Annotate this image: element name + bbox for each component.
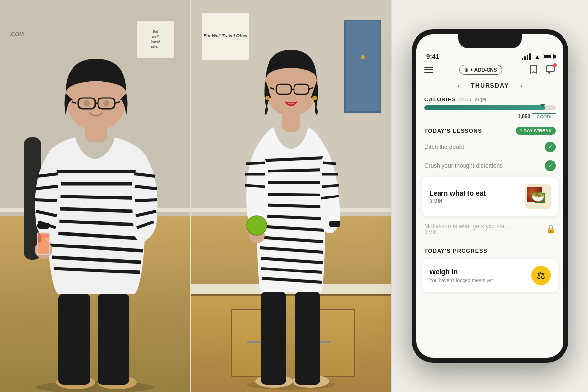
person-after-svg (222, 29, 360, 392)
hamburger-line-3 (424, 72, 433, 73)
next-day-arrow[interactable]: → (517, 82, 524, 90)
status-time: 9:41 (426, 53, 439, 60)
featured-lesson-card[interactable]: Learn what to eat 3 MIN 🥗 (422, 177, 558, 216)
locked-lesson-info: Motivation is what gets you sta... 3 MIN (424, 223, 546, 235)
bookmark-icon[interactable] (528, 64, 539, 75)
locked-lesson-item[interactable]: Motivation is what gets you sta... 3 MIN… (416, 218, 564, 240)
lessons-section-header: TODAY'S LESSONS 1 DAY STREAK (416, 123, 564, 138)
person-before-svg (17, 39, 173, 392)
hamburger-line-2 (424, 69, 433, 70)
left-photo-panel: Eatwelltraveloften .COM (0, 0, 191, 392)
signal-bar-2 (524, 56, 526, 60)
status-icons: ▲ (522, 53, 554, 60)
progress-section-header: TODAY'S PROGRESS (416, 244, 564, 257)
svg-rect-28 (38, 234, 49, 238)
weigh-in-icon: ⚖ (531, 266, 551, 285)
svg-rect-4 (58, 294, 90, 385)
svg-point-37 (103, 100, 109, 106)
app-header: ⊕ + ADD-ONS (416, 62, 564, 79)
lesson-item-1[interactable]: Ditch the doubt ✓ (416, 138, 564, 156)
svg-line-60 (246, 163, 265, 164)
svg-line-17 (35, 200, 57, 201)
check-circle-1: ✓ (545, 142, 556, 152)
svg-rect-25 (37, 223, 49, 229)
message-icon[interactable] (545, 64, 556, 75)
svg-rect-5 (98, 294, 129, 385)
header-right-icons (528, 64, 556, 75)
featured-lesson-title: Learn what to eat (429, 189, 519, 197)
svg-line-8 (46, 196, 147, 198)
calories-good-label: —GOOD!— (532, 113, 556, 119)
weigh-in-card[interactable]: Weigh in You haven't logged meals yet ⚖ (422, 259, 558, 292)
calories-bar-fill (424, 105, 545, 110)
lock-icon: 🔒 (546, 224, 556, 234)
phone-screen: 9:41 ▲ (416, 34, 564, 358)
svg-point-36 (84, 100, 90, 106)
add-ons-label: + ADD-ONS (470, 67, 497, 73)
phone-mockup: 9:41 ▲ (412, 29, 568, 363)
svg-line-62 (245, 185, 265, 187)
locked-lesson-title: Motivation is what gets you sta... (424, 223, 546, 230)
featured-lesson-duration: 3 MIN (429, 199, 519, 204)
calories-header: CALORIES 2,000 Target (424, 97, 556, 102)
watermark-text: .COM (9, 31, 24, 37)
add-ons-plus: ⊕ (465, 67, 468, 73)
streak-badge: 1 DAY STREAK (516, 127, 556, 135)
phone-panel: 9:41 ▲ (392, 0, 588, 392)
calories-value: 1,850 (518, 114, 530, 119)
weigh-in-subtitle: You haven't logged meals yet (429, 278, 531, 283)
svg-line-57 (322, 185, 339, 187)
lesson-1-text: Ditch the doubt (424, 144, 464, 150)
hamburger-line-1 (424, 67, 433, 68)
progress-title: TODAY'S PROGRESS (424, 248, 488, 254)
calories-bar-background (424, 105, 556, 110)
message-badge (553, 63, 557, 67)
signal-bar-4 (529, 53, 531, 60)
calories-section: CALORIES 2,000 Target 1,850 —GOOD!— (416, 93, 564, 121)
food-image: 🥗 (525, 184, 551, 209)
calories-bar-container (424, 105, 556, 112)
lesson-2-text: Crush your thought distortions (424, 162, 503, 169)
signal-bar-1 (522, 58, 523, 60)
add-ons-button[interactable]: ⊕ + ADD-ONS (459, 65, 503, 75)
calories-marker (540, 104, 545, 107)
calories-target: 2,000 Target (459, 97, 486, 102)
svg-rect-41 (261, 292, 286, 385)
svg-point-74 (312, 96, 317, 100)
hamburger-icon[interactable] (424, 67, 433, 73)
wifi-icon: ▲ (534, 53, 540, 60)
locked-lesson-duration: 3 MIN (424, 230, 546, 235)
weigh-in-title: Weigh in (429, 268, 531, 276)
weigh-in-content: Weigh in You haven't logged meals yet (429, 268, 531, 283)
featured-lesson-image: 🥗 (525, 184, 551, 209)
signal-bar-3 (527, 55, 528, 60)
signal-bars (522, 53, 531, 60)
svg-point-73 (265, 96, 270, 100)
battery-icon (543, 54, 554, 59)
svg-rect-42 (295, 292, 320, 385)
lessons-title: TODAY'S LESSONS (424, 128, 482, 134)
calories-value-row: 1,850 —GOOD!— (424, 113, 556, 119)
battery-fill (544, 55, 551, 58)
day-navigation: ← THURSDAY → (416, 79, 564, 93)
middle-photo-panel: Eat Well Travel Often (191, 0, 392, 392)
lesson-card-content: Learn what to eat 3 MIN (429, 189, 519, 204)
svg-rect-59 (329, 220, 340, 227)
scroll-content[interactable]: TODAY'S LESSONS 1 DAY STREAK Ditch the d… (416, 121, 564, 358)
day-label: THURSDAY (471, 82, 509, 89)
svg-line-22 (135, 200, 157, 201)
check-circle-2: ✓ (545, 160, 556, 171)
lesson-item-2[interactable]: Crush your thought distortions ✓ (416, 156, 564, 175)
calories-title: CALORIES (424, 97, 456, 102)
phone-notch (458, 34, 522, 48)
scale-icon: ⚖ (537, 270, 545, 281)
prev-day-arrow[interactable]: ← (456, 82, 463, 90)
svg-line-55 (323, 163, 336, 164)
